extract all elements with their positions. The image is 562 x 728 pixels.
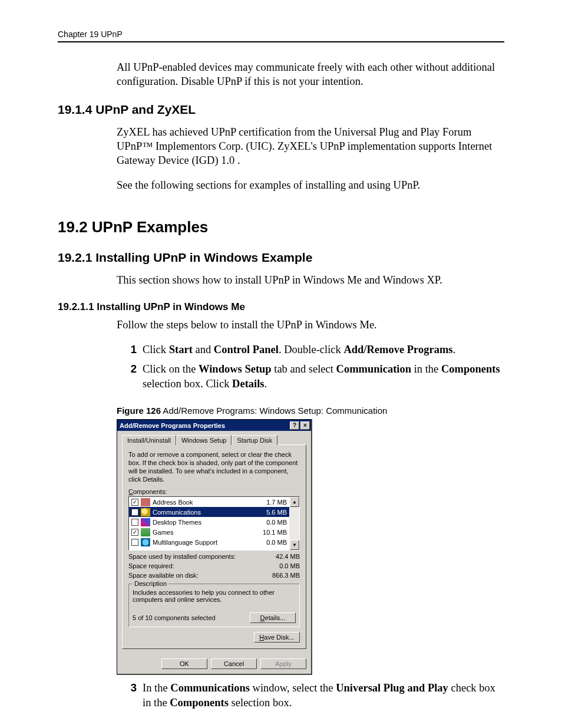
scroll-up-icon[interactable]: ▲ bbox=[290, 497, 299, 507]
space-required-row: Space required:0.0 MB bbox=[128, 562, 300, 569]
component-size: 1.7 MB bbox=[254, 499, 287, 506]
list-item[interactable]: ✓Communications5.6 MB bbox=[129, 507, 289, 517]
heading-19-2-1-1: 19.2.1.1 Installing UPnP in Windows Me bbox=[58, 301, 504, 313]
close-icon[interactable]: × bbox=[300, 421, 310, 430]
component-size: 0.0 MB bbox=[254, 539, 287, 546]
list-item[interactable]: ✓Address Book1.7 MB bbox=[129, 497, 289, 507]
para-19-1-4-a: ZyXEL has achieved UPnP certification fr… bbox=[117, 125, 504, 167]
description-text: Includes accessories to help you connect… bbox=[133, 589, 296, 605]
component-icon bbox=[141, 528, 150, 536]
step-text: Click on the Windows Setup tab and selec… bbox=[143, 362, 504, 391]
list-item[interactable]: ✓Games10.1 MB bbox=[129, 527, 289, 537]
step-text: Click Start and Control Panel. Double-cl… bbox=[143, 342, 504, 357]
ok-button[interactable]: OK bbox=[161, 658, 207, 669]
step-list-continued: 3 In the Communications window, select t… bbox=[123, 681, 504, 710]
tab-install-uninstall[interactable]: Install/Uninstall bbox=[122, 435, 176, 445]
space-available-row: Space available on disk:866.3 MB bbox=[128, 572, 300, 579]
step-number: 3 bbox=[123, 681, 137, 710]
heading-19-1-4: 19.1.4 UPnP and ZyXEL bbox=[58, 103, 504, 117]
list-item[interactable]: Multilanguage Support0.0 MB bbox=[129, 537, 289, 547]
apply-button[interactable]: Apply bbox=[260, 658, 306, 669]
component-name: Address Book bbox=[153, 499, 254, 506]
step-1: 1 Click Start and Control Panel. Double-… bbox=[123, 342, 504, 357]
tab-strip: Install/Uninstall Windows Setup Startup … bbox=[122, 434, 306, 444]
component-icon bbox=[141, 508, 150, 516]
checkbox-icon[interactable]: ✓ bbox=[131, 509, 138, 516]
component-name: Communications bbox=[153, 509, 254, 516]
component-name: Desktop Themes bbox=[153, 519, 254, 526]
step-2: 2 Click on the Windows Setup tab and sel… bbox=[123, 362, 504, 391]
heading-19-2: 19.2 UPnP Examples bbox=[58, 218, 504, 236]
cancel-button[interactable]: Cancel bbox=[211, 658, 257, 669]
instructions-text: To add or remove a component, select or … bbox=[128, 451, 300, 483]
scrollbar[interactable]: ▲ ▼ bbox=[289, 497, 299, 550]
list-item[interactable]: Desktop Themes0.0 MB bbox=[129, 517, 289, 527]
scroll-down-icon[interactable]: ▼ bbox=[290, 540, 299, 550]
chapter-header: Chapter 19 UPnP bbox=[58, 29, 504, 42]
checkbox-icon[interactable]: ✓ bbox=[131, 499, 138, 506]
dialog-footer: OK Cancel Apply bbox=[117, 654, 311, 674]
figure-caption: Figure 126 Add/Remove Programs: Windows … bbox=[117, 406, 504, 416]
tab-panel: To add or remove a component, select or … bbox=[122, 444, 306, 649]
scroll-track[interactable] bbox=[290, 507, 299, 540]
add-remove-programs-dialog: Add/Remove Programs Properties ? × Insta… bbox=[117, 419, 312, 675]
component-name: Games bbox=[153, 529, 254, 536]
have-disk-button[interactable]: Have Disk... bbox=[254, 632, 300, 643]
intro-paragraph: All UPnP-enabled devices may communicate… bbox=[117, 60, 504, 88]
step-text: In the Communications window, select the… bbox=[143, 681, 504, 710]
dialog-title: Add/Remove Programs Properties bbox=[120, 422, 289, 429]
step-3: 3 In the Communications window, select t… bbox=[123, 681, 504, 710]
component-icon bbox=[141, 518, 150, 526]
tab-windows-setup[interactable]: Windows Setup bbox=[176, 435, 232, 445]
para-19-2-1-1: Follow the steps below to install the UP… bbox=[117, 318, 504, 332]
component-size: 0.0 MB bbox=[254, 519, 287, 526]
help-icon[interactable]: ? bbox=[290, 421, 299, 430]
component-name: Multilanguage Support bbox=[153, 539, 254, 546]
details-button[interactable]: Details... bbox=[250, 612, 296, 623]
component-icon bbox=[141, 538, 150, 546]
checkbox-icon[interactable] bbox=[131, 519, 138, 526]
component-size: 10.1 MB bbox=[254, 529, 287, 536]
description-title: Description bbox=[133, 580, 168, 587]
checkbox-icon[interactable] bbox=[131, 539, 138, 546]
component-icon bbox=[141, 498, 150, 506]
para-19-1-4-b: See the following sections for examples … bbox=[117, 178, 504, 192]
selected-count: 5 of 10 components selected bbox=[133, 614, 216, 621]
step-number: 1 bbox=[123, 342, 137, 357]
components-listbox[interactable]: ✓Address Book1.7 MB✓Communications5.6 MB… bbox=[128, 496, 300, 551]
checkbox-icon[interactable]: ✓ bbox=[131, 529, 138, 536]
tab-startup-disk[interactable]: Startup Disk bbox=[232, 435, 277, 445]
dialog-titlebar: Add/Remove Programs Properties ? × bbox=[117, 420, 311, 431]
space-used-row: Space used by installed components:42.4 … bbox=[128, 553, 300, 560]
step-list: 1 Click Start and Control Panel. Double-… bbox=[123, 342, 504, 391]
components-label: Components: bbox=[128, 488, 300, 495]
heading-19-2-1: 19.2.1 Installing UPnP in Windows Exampl… bbox=[58, 251, 504, 265]
para-19-2-1: This section shows how to install UPnP i… bbox=[117, 273, 504, 287]
description-group: Description Includes accessories to help… bbox=[128, 584, 300, 627]
step-number: 2 bbox=[123, 362, 137, 391]
component-size: 5.6 MB bbox=[254, 509, 287, 516]
